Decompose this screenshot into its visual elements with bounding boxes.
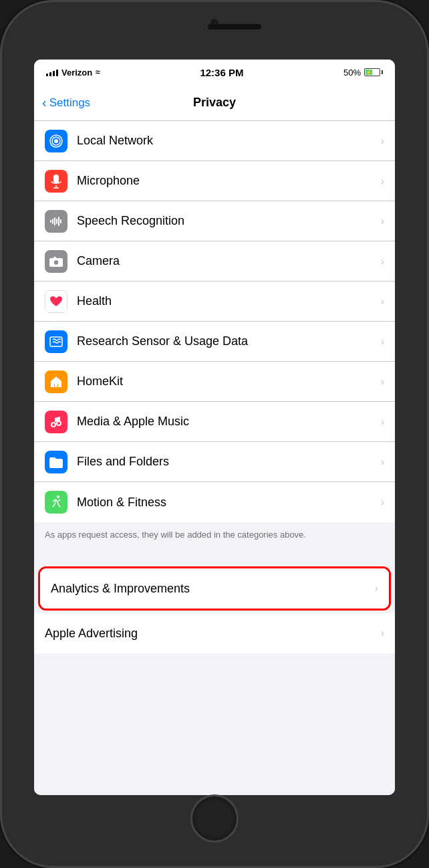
homekit-chevron: › [381, 376, 384, 388]
home-button[interactable] [190, 794, 239, 843]
battery-tip [382, 70, 383, 74]
back-chevron-icon: ‹ [42, 95, 47, 110]
homekit-icon [45, 370, 67, 393]
wifi-icon: ≈ [96, 68, 100, 77]
speech-recognition-label: Speech Recognition [77, 214, 376, 228]
camera-label: Camera [77, 254, 376, 268]
list-item[interactable]: Microphone › [34, 161, 395, 201]
camera-icon [45, 250, 67, 273]
apple-advertising-row[interactable]: Apple Advertising › [34, 613, 395, 653]
motion-fitness-chevron: › [381, 496, 384, 508]
battery-body: ⚡ [364, 68, 380, 76]
svg-rect-10 [58, 217, 59, 226]
microphone-chevron: › [381, 175, 384, 187]
status-bar: Verizon ≈ 12:36 PM 50% ⚡ [34, 60, 395, 85]
health-icon [45, 290, 67, 313]
svg-point-22 [57, 496, 59, 498]
list-item[interactable]: Local Network › [34, 121, 395, 161]
research-sensor-label: Research Sensor & Usage Data [77, 334, 376, 348]
speaker [208, 24, 261, 29]
microphone-icon [45, 170, 67, 193]
list-item[interactable]: Health › [34, 282, 395, 322]
svg-point-13 [53, 259, 59, 265]
page-title: Privacy [193, 96, 236, 110]
status-right: 50% ⚡ [343, 68, 383, 78]
svg-rect-3 [53, 175, 59, 183]
list-item[interactable]: Motion & Fitness › [34, 482, 395, 522]
media-music-label: Media & Apple Music [77, 415, 376, 429]
list-item[interactable]: HomeKit › [34, 362, 395, 402]
top-group: Local Network › Microphone › [34, 121, 395, 522]
svg-rect-8 [54, 217, 55, 225]
svg-point-0 [54, 139, 58, 143]
list-item[interactable]: Speech Recognition › [34, 201, 395, 241]
research-sensor-chevron: › [381, 336, 384, 348]
list-item[interactable]: Research Sensor & Usage Data › [34, 322, 395, 362]
media-music-chevron: › [381, 416, 384, 428]
camera-chevron: › [381, 255, 384, 267]
carrier-label: Verizon [61, 68, 92, 78]
files-folders-chevron: › [381, 456, 384, 468]
local-network-icon [45, 130, 67, 152]
battery-percent: 50% [343, 68, 361, 78]
back-label: Settings [49, 96, 90, 110]
apple-advertising-label: Apple Advertising [45, 627, 376, 641]
research-sensor-icon [45, 330, 67, 353]
motion-fitness-icon [45, 491, 67, 514]
homekit-label: HomeKit [77, 374, 376, 389]
svg-point-19 [52, 423, 55, 426]
health-label: Health [77, 294, 376, 308]
svg-rect-9 [56, 219, 57, 224]
files-folders-icon [45, 451, 67, 473]
back-button[interactable]: ‹ Settings [42, 95, 90, 110]
nav-bar: ‹ Settings Privacy [34, 85, 395, 121]
svg-rect-14 [53, 257, 56, 259]
status-time: 12:36 PM [200, 67, 243, 78]
files-folders-label: Files and Folders [77, 455, 376, 469]
signal-bar-1 [46, 74, 48, 76]
analytics-row[interactable]: Analytics & Improvements › [40, 568, 389, 609]
content-area: Local Network › Microphone › [34, 121, 395, 795]
svg-rect-6 [50, 220, 51, 223]
signal-bar-4 [56, 70, 58, 76]
battery-icon: ⚡ [364, 68, 383, 76]
charging-bolt: ⚡ [366, 70, 372, 76]
signal-bar-3 [53, 71, 55, 76]
speech-recognition-icon [45, 210, 67, 233]
microphone-label: Microphone [77, 174, 376, 188]
analytics-label: Analytics & Improvements [51, 582, 370, 596]
local-network-label: Local Network [77, 134, 376, 148]
svg-point-21 [57, 422, 60, 425]
motion-fitness-label: Motion & Fitness [77, 496, 376, 510]
status-left: Verizon ≈ [46, 68, 100, 78]
advertising-group: Apple Advertising › [34, 613, 395, 653]
list-item[interactable]: Files and Folders › [34, 442, 395, 482]
list-item[interactable]: Media & Apple Music › [34, 402, 395, 442]
section-footer: As apps request access, they will be add… [34, 522, 395, 552]
analytics-chevron: › [375, 582, 378, 594]
signal-bar-2 [49, 72, 51, 76]
svg-rect-11 [60, 219, 61, 223]
speech-recognition-chevron: › [381, 215, 384, 227]
list-item[interactable]: Camera › [34, 241, 395, 282]
screen: Verizon ≈ 12:36 PM 50% ⚡ ‹ [34, 60, 395, 795]
svg-rect-17 [55, 384, 57, 387]
svg-rect-7 [52, 219, 53, 224]
local-network-chevron: › [381, 135, 384, 147]
svg-rect-15 [60, 259, 61, 261]
section-gap [34, 552, 395, 564]
health-chevron: › [381, 296, 384, 308]
battery-fill: ⚡ [366, 70, 372, 75]
media-music-icon [45, 411, 67, 433]
signal-bars-icon [46, 68, 58, 76]
apple-advertising-chevron: › [381, 627, 384, 639]
analytics-highlighted-container: Analytics & Improvements › [38, 566, 391, 611]
phone-shell: Verizon ≈ 12:36 PM 50% ⚡ ‹ [0, 0, 429, 868]
